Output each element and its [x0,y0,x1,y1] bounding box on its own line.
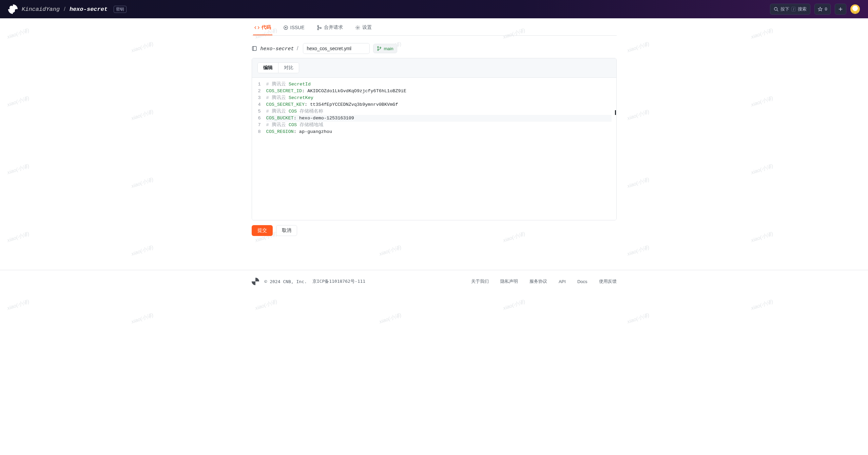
create-button[interactable] [835,4,846,15]
svg-point-13 [378,46,379,47]
copyright: © 2024 CNB, Inc. [265,279,307,284]
tab-merge-label: 合并请求 [324,24,343,31]
filename-input[interactable] [303,43,370,54]
edit-tab[interactable]: 编辑 [258,63,278,73]
file-path-row: hexo-secret / main [252,43,617,54]
svg-point-7 [317,25,319,26]
svg-point-6 [285,27,286,28]
breadcrumb: hexo-secret / [261,45,300,52]
star-button[interactable]: 0 [814,4,831,15]
editor-toolbar: 编辑 对比 [252,58,616,78]
footer-about[interactable]: 关于我们 [471,278,489,284]
svg-point-15 [380,47,381,48]
editor-mode-toggle: 编辑 对比 [257,62,299,73]
repo-icon [252,46,257,51]
top-header: KincaidYang / hexo-secret 密钥 按下 / 搜索 0 [0,0,868,18]
git-branch-icon [377,46,382,51]
branch-name: main [384,46,393,51]
search-icon [774,7,778,12]
star-icon [818,7,823,12]
footer-terms[interactable]: 服务协议 [529,278,547,284]
search-hint-left: 按下 [780,6,789,12]
icp[interactable]: 京ICP备11018762号-111 [312,278,365,284]
footer-docs[interactable]: Docs [577,279,587,284]
repo-owner[interactable]: KincaidYang [22,6,60,13]
site-logo-icon[interactable] [8,4,18,14]
editor-card: 编辑 对比 12345678 # 腾讯云 SecretIdCOS_SECRET_… [252,58,617,220]
code-icon [254,25,259,30]
cursor-indicator [615,110,616,115]
code-area[interactable]: # 腾讯云 SecretIdCOS_SECRET_ID: AKIDCOZdo1L… [264,78,616,220]
footer-logo-icon [252,278,259,285]
diff-tab[interactable]: 对比 [278,63,299,73]
star-count: 0 [825,7,827,12]
search-hint-right: 搜索 [798,6,807,12]
svg-marker-2 [818,7,822,11]
breadcrumb-sep: / [297,45,298,51]
plus-icon [838,7,843,12]
issue-icon [283,25,288,30]
tab-code-label: 代码 [262,24,271,31]
footer-api[interactable]: API [559,279,566,284]
code-editor[interactable]: 12345678 # 腾讯云 SecretIdCOS_SECRET_ID: AK… [252,78,616,220]
svg-point-14 [378,50,379,51]
footer-privacy[interactable]: 隐私声明 [500,278,518,284]
tab-merge[interactable]: 合并请求 [315,20,344,35]
action-row: 提交 取消 [252,225,617,236]
secret-badge: 密钥 [114,6,127,13]
line-gutter: 12345678 [252,78,264,220]
repo-tabs: 代码 ISSUE 合并请求 设置 [252,20,617,36]
tab-settings[interactable]: 设置 [354,20,373,35]
svg-line-1 [777,10,778,12]
svg-point-9 [320,27,321,28]
search-kbd: / [791,7,796,12]
cancel-button[interactable]: 取消 [276,225,297,236]
svg-point-10 [357,27,358,28]
footer-wrap: © 2024 CNB, Inc. 京ICP备11018762号-111 关于我们… [0,270,868,293]
path-sep: / [64,6,65,13]
breadcrumb-repo[interactable]: hexo-secret [261,46,294,52]
tab-settings-label: 设置 [362,24,372,31]
branch-chip[interactable]: main [373,44,397,53]
submit-button[interactable]: 提交 [252,225,273,236]
tab-issue-label: ISSUE [290,25,305,30]
tab-code[interactable]: 代码 [253,20,272,35]
footer-feedback[interactable]: 使用反馈 [599,278,617,284]
repo-name[interactable]: hexo-secret [70,6,108,13]
git-merge-icon [317,25,322,30]
avatar[interactable] [850,4,860,14]
gear-icon [355,25,360,30]
svg-rect-11 [252,46,256,51]
search-trigger[interactable]: 按下 / 搜索 [770,4,810,15]
footer: © 2024 CNB, Inc. 京ICP备11018762号-111 关于我们… [252,270,617,293]
svg-point-0 [774,7,777,11]
svg-point-8 [317,28,319,30]
tab-issue[interactable]: ISSUE [282,20,306,35]
